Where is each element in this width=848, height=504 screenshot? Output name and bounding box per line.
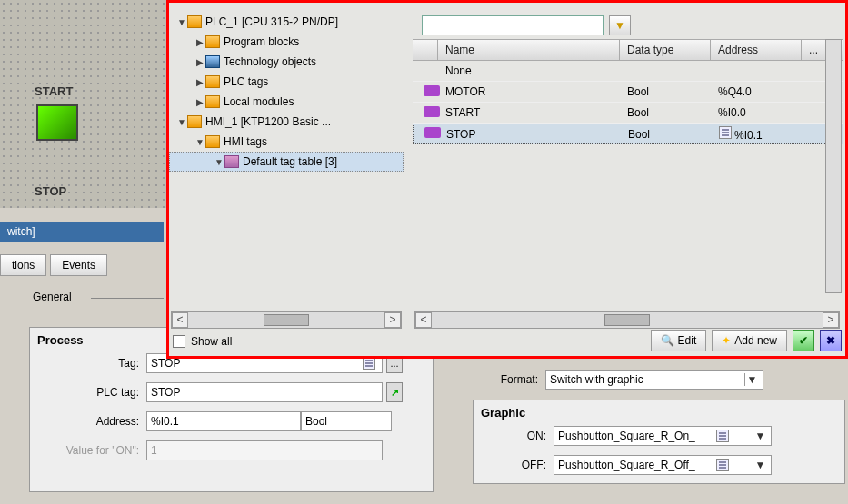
- table-row[interactable]: None: [413, 61, 843, 82]
- tree-label: Local modules: [224, 95, 294, 108]
- cancel-button[interactable]: ✖: [820, 330, 842, 351]
- tab-events[interactable]: Events: [50, 254, 107, 276]
- device-icon: [187, 15, 202, 28]
- tree-node-program-blocks[interactable]: ▶Program blocks: [169, 32, 404, 52]
- tree-label: PLC tags: [224, 75, 268, 88]
- datatype-value: Bool: [305, 415, 327, 428]
- folder-icon: [205, 95, 220, 108]
- tree-node-tech[interactable]: ▶Technology objects: [169, 52, 404, 72]
- tag-label: Tag:: [37, 357, 146, 370]
- tag-browser-popup: ▼PLC_1 [CPU 315-2 PN/DP] ▶Program blocks…: [166, 0, 848, 359]
- tag-grid[interactable]: Name Data type Address ... None MOTOR Bo…: [413, 39, 843, 144]
- cell-name: MOTOR: [438, 84, 620, 100]
- tree-node-plctags[interactable]: ▶PLC tags: [169, 72, 404, 92]
- folder-icon: [205, 135, 220, 148]
- showall-checkbox[interactable]: [173, 335, 185, 348]
- tree-label: HMI tags: [224, 135, 267, 148]
- scroll-thumb[interactable]: [604, 314, 650, 326]
- format-label: Format:: [473, 373, 545, 386]
- folder-icon: [205, 75, 220, 88]
- scroll-right[interactable]: >: [384, 312, 401, 328]
- list-icon[interactable]: [716, 430, 729, 442]
- project-tree[interactable]: ▼PLC_1 [CPU 315-2 PN/DP] ▶Program blocks…: [169, 12, 404, 311]
- tree-label: PLC_1 [CPU 315-2 PN/DP]: [205, 15, 338, 28]
- scroll-thumb[interactable]: [264, 314, 309, 326]
- search-input[interactable]: [422, 15, 604, 35]
- tree-label: Default tag table [3]: [243, 155, 337, 168]
- chevron-down-icon: ▼: [744, 373, 759, 386]
- cell-name: None: [438, 63, 620, 79]
- plctag-label: PLC tag:: [37, 386, 146, 399]
- edit-button[interactable]: 🔍Edit: [651, 330, 707, 351]
- chevron-down-icon: ▼: [753, 459, 767, 471]
- tag-table-panel: ▼ Name Data type Address ... None MOTOR …: [413, 12, 843, 339]
- col-addr[interactable]: Address: [711, 40, 802, 60]
- list-icon[interactable]: [363, 357, 375, 370]
- address-field[interactable]: %I0.1: [146, 411, 301, 431]
- confirm-button[interactable]: ✔: [793, 330, 814, 351]
- magnifier-icon: 🔍: [661, 334, 674, 347]
- off-dropdown[interactable]: Pushbutton_Square_R_Off_▼: [554, 455, 772, 475]
- hmi-canvas: START STOP: [0, 0, 166, 208]
- off-label: OFF:: [481, 459, 554, 471]
- format-value: Switch with graphic: [550, 373, 643, 386]
- tree-node-plc[interactable]: ▼PLC_1 [CPU 315-2 PN/DP]: [169, 12, 404, 32]
- properties-title: witch]: [0, 222, 164, 242]
- plctag-field[interactable]: STOP: [146, 382, 383, 402]
- folder-icon: [205, 55, 220, 68]
- funnel-icon: ▼: [614, 19, 625, 32]
- addnew-button[interactable]: ✦Add new: [712, 330, 787, 351]
- star-icon: ✦: [722, 334, 731, 347]
- list-icon[interactable]: [716, 459, 729, 471]
- process-title: Process: [37, 333, 84, 347]
- datatype-field[interactable]: Bool: [301, 411, 392, 431]
- tree-node-hmi[interactable]: ▼HMI_1 [KTP1200 Basic ...: [169, 112, 404, 132]
- tree-node-hmitags[interactable]: ▼HMI tags: [169, 132, 404, 152]
- folder-icon: [205, 35, 220, 48]
- chevron-down-icon: ▼: [753, 430, 767, 442]
- off-value: Pushbutton_Square_R_Off_: [558, 459, 695, 471]
- table-row[interactable]: STOP Bool %I0.1: [413, 124, 843, 144]
- tree-hscroll[interactable]: <>: [171, 311, 402, 329]
- scroll-left[interactable]: <: [415, 312, 432, 328]
- cell-type: Bool: [620, 104, 711, 121]
- cell-addr: %I0.1: [712, 124, 803, 143]
- col-more[interactable]: ...: [802, 40, 823, 60]
- list-icon[interactable]: [719, 126, 732, 139]
- scroll-left[interactable]: <: [172, 312, 188, 328]
- col-name[interactable]: Name: [438, 40, 620, 60]
- cell-addr: %I0.0: [711, 104, 802, 121]
- address-value: %I0.1: [151, 415, 179, 428]
- filter-button[interactable]: ▼: [609, 15, 631, 35]
- general-label: General: [33, 291, 72, 303]
- goto-icon[interactable]: ↗: [386, 382, 403, 402]
- address-label: Address:: [37, 415, 146, 428]
- start-button-graphic[interactable]: [36, 104, 78, 141]
- tab-animations[interactable]: tions: [0, 254, 46, 276]
- on-dropdown[interactable]: Pushbutton_Square_R_On_▼: [554, 426, 772, 446]
- stop-label: STOP: [35, 184, 66, 198]
- table-hscroll[interactable]: <>: [414, 311, 840, 329]
- tree-label: Technology objects: [224, 55, 316, 68]
- cell-addr: %Q4.0: [711, 84, 802, 100]
- table-vscroll[interactable]: [825, 39, 842, 293]
- cell-name: STOP: [439, 126, 621, 143]
- col-type[interactable]: Data type: [620, 40, 711, 60]
- tree-node-localmod[interactable]: ▶Local modules: [169, 92, 404, 112]
- table-row[interactable]: START Bool %I0.0: [413, 103, 843, 124]
- tree-label: HMI_1 [KTP1200 Basic ...: [205, 115, 331, 128]
- grid-header[interactable]: Name Data type Address ...: [413, 40, 843, 61]
- cell-name: START: [438, 104, 620, 121]
- col-icon: [413, 40, 438, 60]
- start-label: START: [35, 84, 73, 98]
- format-dropdown[interactable]: Switch with graphic▼: [545, 370, 763, 390]
- addnew-label: Add new: [734, 334, 777, 347]
- scroll-right[interactable]: >: [823, 312, 839, 328]
- tree-node-default-tag-table[interactable]: ▼Default tag table [3]: [169, 152, 404, 172]
- on-label: ON:: [481, 430, 554, 442]
- on-value: Pushbutton_Square_R_On_: [558, 430, 695, 442]
- table-row[interactable]: MOTOR Bool %Q4.0: [413, 82, 843, 103]
- cell-type: [620, 69, 711, 73]
- plctag-value: STOP: [151, 386, 180, 399]
- valon-label: Value for "ON":: [37, 444, 146, 457]
